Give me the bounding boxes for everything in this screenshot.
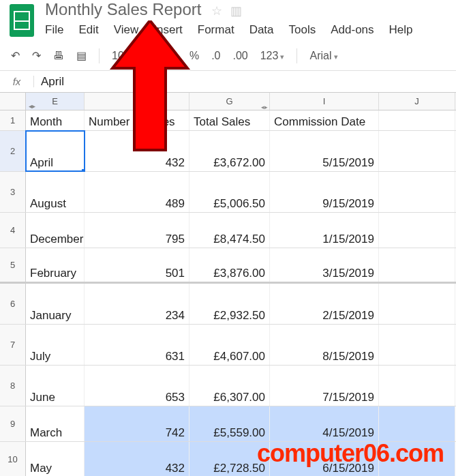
- cell[interactable]: August: [26, 172, 85, 212]
- separator: [99, 48, 100, 63]
- cell[interactable]: December: [26, 213, 85, 248]
- undo-icon[interactable]: ↶: [11, 49, 20, 62]
- cell[interactable]: 4/15/2019: [270, 406, 379, 441]
- cell[interactable]: £5,559.00: [189, 406, 270, 441]
- active-cell[interactable]: April: [26, 131, 85, 171]
- cell[interactable]: 3/15/2019: [270, 248, 379, 282]
- cell[interactable]: 501: [85, 248, 189, 282]
- folder-icon[interactable]: ▥: [230, 3, 242, 18]
- rowheader-9[interactable]: 9: [0, 406, 26, 441]
- toolbar: ↶ ↷ 🖶 ▤ 100% $ % .0 .00 123 Arial: [0, 41, 456, 71]
- separator: [158, 48, 159, 63]
- table-row: 7 July 631 £4,607.00 8/15/2019: [0, 325, 456, 366]
- rowheader-7[interactable]: 7: [0, 325, 26, 365]
- cell[interactable]: 432: [85, 442, 189, 476]
- colheader-j[interactable]: J: [379, 93, 455, 110]
- cell[interactable]: 489: [85, 172, 189, 212]
- cell[interactable]: 234: [85, 284, 189, 324]
- watermark-text: computer06.com: [257, 439, 444, 468]
- cell[interactable]: [379, 406, 455, 441]
- star-icon[interactable]: ☆: [211, 3, 222, 18]
- cell[interactable]: Month: [26, 110, 85, 130]
- menu-addons[interactable]: Add-ons: [331, 23, 374, 37]
- title-area: Monthly Sales Report ☆ ▥ File Edit View …: [45, 0, 413, 41]
- cell[interactable]: £3,876.00: [189, 248, 270, 282]
- redo-icon[interactable]: ↷: [32, 49, 41, 62]
- cell[interactable]: 795: [85, 213, 189, 248]
- menu-format[interactable]: Format: [198, 23, 234, 37]
- rowheader-5[interactable]: 5: [0, 248, 26, 282]
- rowheader-4[interactable]: 4: [0, 213, 26, 248]
- colheader-f[interactable]: F: [85, 93, 189, 110]
- cell[interactable]: March: [26, 406, 85, 441]
- cell[interactable]: £2,932.50: [189, 284, 270, 324]
- cell[interactable]: 9/15/2019: [270, 172, 379, 212]
- cell[interactable]: 8/15/2019: [270, 325, 379, 365]
- rowheader-3[interactable]: 3: [0, 172, 26, 212]
- more-formats-button[interactable]: 123: [260, 50, 285, 62]
- select-all-corner[interactable]: [0, 93, 26, 110]
- cell[interactable]: January: [26, 284, 85, 324]
- decrease-decimal-button[interactable]: .0: [211, 50, 220, 62]
- spreadsheet-grid: ◂▸E F G◂▸ I J 1 Month Number of Sales To…: [0, 93, 456, 476]
- cell[interactable]: £5,006.50: [189, 172, 270, 212]
- rowheader-1[interactable]: 1: [0, 110, 26, 130]
- cell[interactable]: [379, 172, 455, 212]
- table-row: 8 June 653 £6,307.00 7/15/2019: [0, 366, 456, 406]
- menu-data[interactable]: Data: [249, 23, 274, 37]
- cell[interactable]: [379, 110, 455, 130]
- menu-file[interactable]: File: [45, 23, 63, 37]
- cell[interactable]: £3,672.00: [189, 131, 270, 171]
- cell[interactable]: [379, 131, 455, 171]
- cell[interactable]: 432: [85, 131, 189, 171]
- colheader-i[interactable]: I: [270, 93, 379, 110]
- cell[interactable]: February: [26, 248, 85, 282]
- column-headers: ◂▸E F G◂▸ I J: [0, 93, 456, 110]
- cell[interactable]: 742: [85, 406, 189, 441]
- rowheader-2[interactable]: 2: [0, 131, 26, 171]
- zoom-select[interactable]: 100%: [112, 50, 146, 62]
- menu-insert[interactable]: Insert: [153, 23, 183, 37]
- cell[interactable]: £8,474.50: [189, 213, 270, 248]
- cell[interactable]: [379, 213, 455, 248]
- print-icon[interactable]: 🖶: [53, 50, 64, 62]
- rowheader-8[interactable]: 8: [0, 366, 26, 406]
- table-row: 2 April 432 £3,672.00 5/15/2019: [0, 131, 456, 172]
- menu-help[interactable]: Help: [389, 23, 413, 37]
- colheader-g[interactable]: G◂▸: [189, 93, 270, 110]
- menu-tools[interactable]: Tools: [289, 23, 316, 37]
- document-title[interactable]: Monthly Sales Report: [45, 0, 201, 20]
- cell[interactable]: [379, 284, 455, 324]
- rowheader-10[interactable]: 10: [0, 442, 26, 476]
- cell[interactable]: [379, 325, 455, 365]
- menu-edit[interactable]: Edit: [78, 23, 98, 37]
- paint-format-icon[interactable]: ▤: [76, 49, 87, 62]
- colheader-e[interactable]: ◂▸E: [26, 93, 85, 110]
- cell[interactable]: £4,607.00: [189, 325, 270, 365]
- font-select[interactable]: Arial: [309, 50, 337, 62]
- format-currency-button[interactable]: $: [171, 50, 177, 62]
- separator: [297, 48, 297, 63]
- formula-input[interactable]: April: [34, 75, 64, 89]
- table-row: 3 August 489 £5,006.50 9/15/2019: [0, 172, 456, 213]
- cell[interactable]: Total Sales: [189, 110, 270, 130]
- cell[interactable]: June: [26, 366, 85, 406]
- cell[interactable]: 653: [85, 366, 189, 406]
- cell[interactable]: 7/15/2019: [270, 366, 379, 406]
- cell[interactable]: 631: [85, 325, 189, 365]
- menu-view[interactable]: View: [114, 23, 139, 37]
- cell[interactable]: £6,307.00: [189, 366, 270, 406]
- cell[interactable]: July: [26, 325, 85, 365]
- cell[interactable]: 1/15/2019: [270, 213, 379, 248]
- cell[interactable]: Commission Date: [270, 110, 379, 130]
- cell[interactable]: 2/15/2019: [270, 284, 379, 324]
- cell[interactable]: [379, 366, 455, 406]
- increase-decimal-button[interactable]: .00: [232, 50, 247, 62]
- sheets-logo-icon: [10, 4, 34, 37]
- rowheader-6[interactable]: 6: [0, 284, 26, 324]
- cell[interactable]: 5/15/2019: [270, 131, 379, 171]
- cell[interactable]: Number of Sales: [85, 110, 189, 130]
- cell[interactable]: [379, 248, 455, 282]
- cell[interactable]: May: [26, 442, 85, 476]
- format-percent-button[interactable]: %: [189, 50, 199, 62]
